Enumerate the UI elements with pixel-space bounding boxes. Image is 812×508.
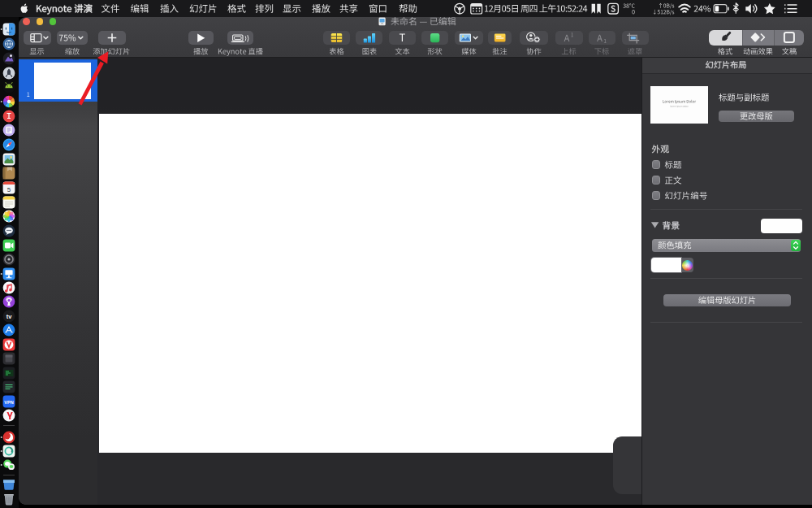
svg-text:VPN: VPN — [4, 400, 13, 405]
svg-text:tv: tv — [6, 313, 12, 320]
svg-text:5: 5 — [7, 186, 11, 193]
